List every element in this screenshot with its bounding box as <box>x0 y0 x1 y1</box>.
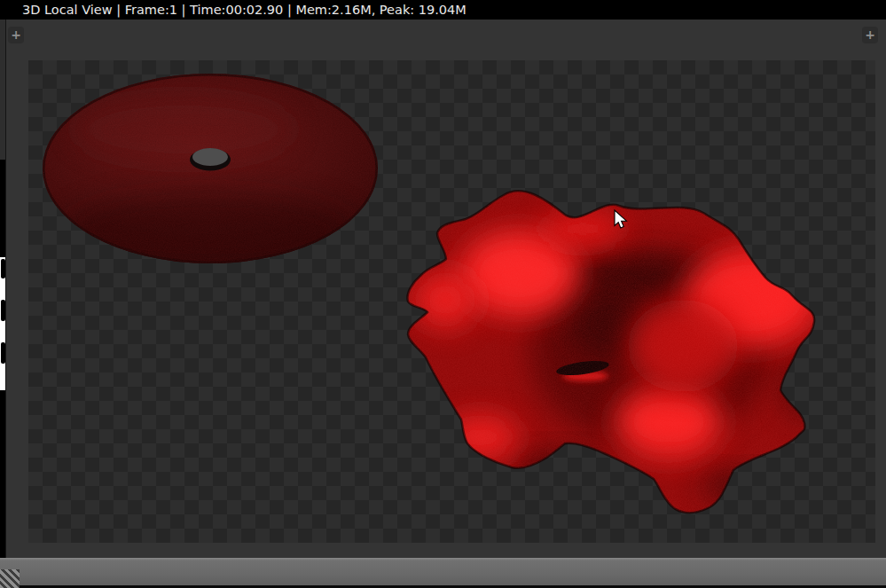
expand-toolbar-button[interactable]: + <box>8 27 24 43</box>
image-editor-header: View Image Render Result 11 F + <box>0 558 886 585</box>
render-status-bar: 3D Local View | Frame:1 | Time:00:02.90 … <box>0 0 886 20</box>
render-result-image <box>28 60 875 543</box>
editor-divider[interactable] <box>5 20 6 588</box>
corner-resize-grip[interactable] <box>0 569 20 588</box>
image-viewport[interactable] <box>28 60 875 543</box>
render-status-text: 3D Local View | Frame:1 | Time:00:02.90 … <box>22 3 467 17</box>
expand-sidebar-button[interactable]: + <box>862 27 878 43</box>
red-disc-object <box>43 74 378 268</box>
red-wavy-surface-object <box>392 176 835 530</box>
